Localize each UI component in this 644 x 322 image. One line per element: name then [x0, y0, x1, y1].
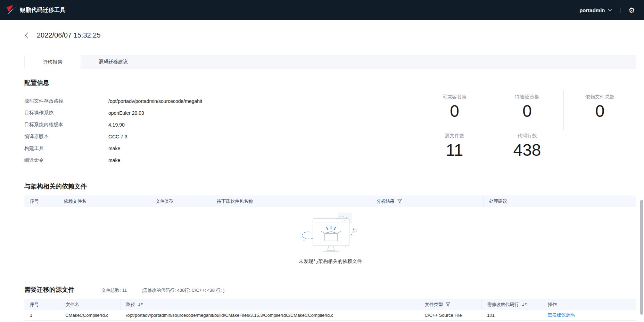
col-action: 操作: [548, 301, 557, 308]
config-value: 4.19.90: [108, 122, 125, 128]
col-index: 序号: [30, 301, 39, 308]
config-value: openEuler 20.03: [108, 110, 144, 116]
navbar-separator: |: [620, 7, 621, 13]
stat-label: 待验证替换: [491, 94, 563, 100]
table-row: 2 CMakeCXXCompilerId.cpp /opt/portadv/po…: [24, 320, 636, 322]
top-navbar: 鲲鹏代码迁移工具 portadmin | ⚙: [0, 0, 644, 20]
stat-value: 438: [491, 141, 563, 160]
stats-row-2: 源文件数 11 代码行数 438: [418, 130, 636, 169]
filter-icon[interactable]: [446, 302, 450, 307]
summary-stats: 可兼容替换 0 待验证替换 0 依赖文件总数 0 源文件数 11 代码行数 43…: [418, 91, 636, 169]
cell-index: 1: [24, 310, 60, 320]
empty-illustration: ...: [296, 210, 365, 256]
config-section-title: 配置信息: [24, 79, 636, 87]
col-file-name: 文件名: [66, 301, 79, 308]
source-files-table: 序号 文件名 路径 文件类型 需修改的代码行 操作 1 CMakeCCom: [24, 299, 636, 322]
cell-file-name: CMakeCXXCompilerId.cpp: [60, 320, 120, 322]
filter-icon[interactable]: [397, 199, 402, 203]
config-section: 配置信息 源码文件存放路径 /opt/portadv/portadmin/sou…: [24, 79, 636, 166]
stat-label: 源文件数: [418, 133, 491, 139]
col-file-type: 文件类型: [425, 301, 443, 308]
col-file-type: 文件类型: [156, 198, 174, 204]
file-total-label: 文件总数:: [101, 288, 121, 293]
dependency-table-header: 序号 依赖文件名 文件类型 待下载软件包名称 分析结果 处理建议: [24, 195, 636, 207]
report-tabbar: 迁移报告 源码迁移建议: [24, 55, 636, 69]
source-table-header: 序号 文件名 路径 文件类型 需修改的代码行 操作: [24, 299, 636, 310]
config-label: 源码文件存放路径: [24, 98, 108, 104]
config-value: make: [108, 158, 120, 163]
stat-code-lines: 代码行数 438: [491, 130, 563, 169]
cell-file-name: CMakeCCompilerId.c: [60, 310, 120, 320]
stat-label: 代码行数: [491, 133, 563, 139]
view-suggested-source-link[interactable]: 查看建议源码: [548, 312, 575, 317]
sort-icon[interactable]: [522, 303, 527, 307]
source-section-header: 需要迁移的源文件 文件总数:11 (需修改的代码行: 438行; C/C++: …: [24, 285, 636, 294]
dependency-table: 序号 依赖文件名 文件类型 待下载软件包名称 分析结果 处理建议: [24, 195, 636, 207]
stat-value: 11: [418, 141, 491, 160]
cell-modified-lines: 101: [481, 320, 542, 322]
cell-path: /opt/portadv/portadmin/sourcecode/megahi…: [121, 310, 419, 320]
cell-index: 2: [24, 320, 60, 322]
col-path: 路径: [126, 301, 135, 308]
tab-migration-report[interactable]: 迁移报告: [24, 55, 81, 69]
stat-source-files: 源文件数 11: [418, 130, 491, 169]
col-analysis-result: 分析结果: [377, 198, 395, 204]
gear-icon[interactable]: ⚙: [628, 7, 635, 14]
chevron-down-icon: [608, 9, 612, 11]
stat-compatible-replace: 可兼容替换 0: [418, 91, 491, 130]
report-timestamp: 2022/06/07 15:32:25: [37, 31, 101, 39]
cell-file-type: C/C++ Source File: [419, 320, 481, 322]
stat-label: 可兼容替换: [418, 94, 491, 100]
config-label: 构建工具: [24, 145, 108, 152]
source-section-title: 需要迁移的源文件: [24, 285, 74, 294]
dependency-section-title: 与架构相关的依赖文件: [24, 182, 636, 191]
report-header: 2022/06/07 15:32:25: [0, 20, 644, 39]
stat-value: 0: [491, 102, 563, 121]
col-modified-lines: 需修改的代码行: [487, 301, 519, 308]
user-name: portadmin: [579, 7, 605, 13]
svg-text:...: ...: [354, 213, 356, 216]
config-value: GCC 7.3: [108, 134, 127, 139]
file-total-value: 11: [122, 288, 127, 293]
stat-label: 依赖文件总数: [564, 94, 636, 100]
stat-to-verify-replace: 待验证替换 0: [491, 91, 563, 130]
config-label: 编译器版本: [24, 134, 108, 140]
app-logo-icon: [6, 5, 17, 15]
col-dependency-name: 依赖文件名: [64, 198, 86, 204]
sort-icon[interactable]: [138, 303, 143, 307]
col-package-name: 待下载软件包名称: [217, 198, 253, 204]
col-index: 序号: [30, 198, 39, 204]
config-value: make: [108, 146, 120, 151]
stat-value: 0: [418, 102, 491, 121]
cell-modified-lines: 101: [481, 310, 542, 320]
config-label: 编译命令: [24, 157, 108, 163]
header-divider: [24, 47, 636, 47]
cell-path: /opt/portadv/portadmin/sourcecode/megahi…: [121, 320, 419, 322]
chevron-left-icon: [24, 32, 28, 39]
stats-row-1: 可兼容替换 0 待验证替换 0 依赖文件总数 0: [418, 91, 636, 130]
dependency-empty-text: 未发现与架构相关的依赖文件: [24, 258, 636, 265]
tab-source-suggestion[interactable]: 源码迁移建议: [81, 55, 146, 69]
modified-lines-detail: (需修改的代码行: 438行; C/C++: 438 行; ): [141, 287, 224, 293]
stat-dependency-total: 依赖文件总数 0: [563, 91, 636, 130]
cell-file-type: C/C++ Source File: [419, 310, 481, 320]
col-suggestion: 处理建议: [489, 198, 507, 204]
table-row: 1 CMakeCCompilerId.c /opt/portadv/portad…: [24, 310, 636, 320]
config-value: /opt/portadv/portadmin/sourcecode/megahi…: [108, 98, 202, 104]
config-label: 目标系统内核版本: [24, 122, 108, 128]
app-title: 鲲鹏代码迁移工具: [20, 7, 66, 14]
vertical-scrollbar[interactable]: [640, 200, 643, 315]
config-label: 目标操作系统: [24, 110, 108, 116]
file-total: 文件总数:11: [101, 287, 127, 293]
stat-value: 0: [564, 102, 636, 121]
user-menu[interactable]: portadmin: [579, 7, 612, 13]
dependency-empty-state: ... 未发现与架构相关的依赖文件: [24, 207, 636, 274]
back-button[interactable]: [24, 32, 32, 39]
